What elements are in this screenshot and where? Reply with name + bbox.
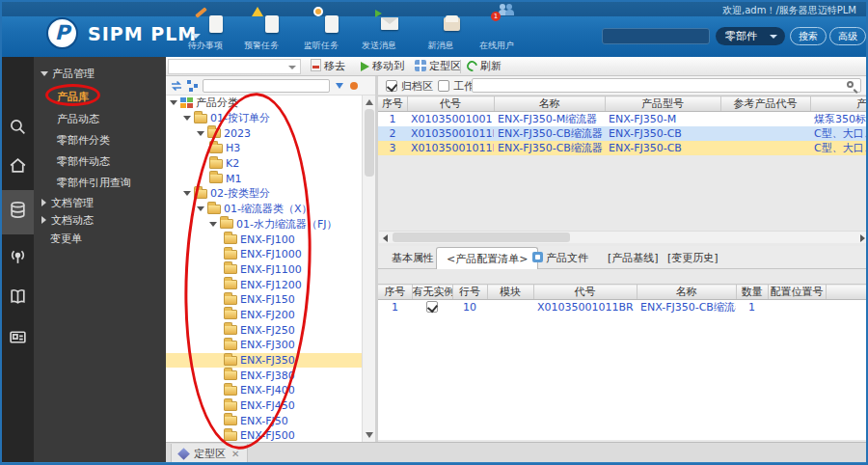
sidebar-item-product-mgmt[interactable]: 产品管理 xyxy=(34,66,166,83)
tree-item[interactable]: ENX-FJ150 xyxy=(166,292,362,308)
sidebar-item-part-classify[interactable]: 零部件分类 xyxy=(34,132,166,150)
archive-zone-checkbox[interactable] xyxy=(386,80,397,92)
tree-item[interactable]: ENX-FJ500 xyxy=(166,428,362,443)
tree-item[interactable]: ENX-FJ100 xyxy=(166,232,362,247)
tree-item[interactable]: ENX-FJ400 xyxy=(166,383,362,398)
tree-item[interactable]: 01-缩流器类（X） xyxy=(166,202,362,217)
bom-code-link[interactable]: X01035001011BR xyxy=(533,300,637,315)
monitor-task-button[interactable]: 监听任务 xyxy=(293,15,349,52)
global-search-input[interactable] xyxy=(602,28,710,44)
col-header[interactable]: 配置位置号 xyxy=(768,285,826,300)
tree-mode-combobox[interactable] xyxy=(168,59,301,74)
sidebar-item-change-order[interactable]: 变更单 xyxy=(34,231,166,248)
table-row-current[interactable]: 3 X01035001011BR ENX-FJ350-CB缩流器 ENX-FJ3… xyxy=(378,141,868,155)
sidebar-item-document-activity[interactable]: 文档动态 xyxy=(34,212,166,230)
tab-basic-props[interactable]: 基本属性 xyxy=(392,251,434,265)
tree-item[interactable]: ENX-FJ50 xyxy=(166,413,362,428)
table-row-selected[interactable]: 2 X01035001011B ENX-FJ350-CB缩流器 ENX-FJ35… xyxy=(378,126,868,141)
col-header[interactable]: 行号 xyxy=(452,285,487,300)
scroll-up-icon[interactable] xyxy=(366,99,373,105)
product-code-link[interactable]: X01035001001 xyxy=(407,112,494,127)
col-header[interactable]: 序号 xyxy=(378,96,407,112)
product-search-input[interactable] xyxy=(472,78,861,93)
book-icon[interactable] xyxy=(8,287,28,307)
tree-item[interactable]: ENX-FJ450 xyxy=(166,398,362,414)
fixed-zone-tab[interactable]: 定型区✕ xyxy=(171,444,248,463)
product-code-link[interactable]: X01035001011B xyxy=(407,126,494,141)
tree-item[interactable]: 02-按类型分 xyxy=(166,186,362,202)
move-to-button[interactable]: 移动到 xyxy=(361,59,404,74)
fixed-zone-button[interactable]: 定型区 xyxy=(415,59,461,74)
remove-button[interactable]: 移去 xyxy=(311,59,345,74)
tree-filter-input[interactable] xyxy=(203,79,330,93)
send-message-button[interactable]: 发送消息 xyxy=(351,15,407,52)
sidebar-item-part-activity[interactable]: 零部件动态 xyxy=(34,153,166,171)
work-zone-checkbox[interactable] xyxy=(438,80,449,92)
tree-item[interactable]: K2 xyxy=(166,156,362,172)
magnifier-icon[interactable] xyxy=(847,81,854,88)
sidebar-item-document-mgmt[interactable]: 文档管理 xyxy=(34,195,166,212)
col-header[interactable]: 名称 xyxy=(637,285,736,300)
tree-item[interactable]: ENX-FJ1200 xyxy=(166,277,362,292)
col-header[interactable]: 序号 xyxy=(378,285,412,300)
online-users-button[interactable]: 1 在线用户 xyxy=(469,15,525,52)
col-header[interactable]: 代号 xyxy=(533,285,637,300)
search-icon[interactable] xyxy=(8,117,28,137)
tree-item[interactable]: ENX-FJ1100 xyxy=(166,262,362,278)
col-header[interactable]: 有无实例 xyxy=(412,285,452,300)
refresh-button[interactable]: 刷新 xyxy=(467,59,502,74)
scroll-left-icon[interactable] xyxy=(383,234,388,242)
close-icon[interactable]: ✕ xyxy=(231,449,239,459)
product-table-hscrollbar[interactable] xyxy=(379,231,868,243)
search-button[interactable]: 搜索 xyxy=(790,27,827,45)
tree-item[interactable]: ENX-FJ1000 xyxy=(166,247,362,262)
broadcast-icon[interactable] xyxy=(8,246,28,266)
locate-down-button[interactable] xyxy=(334,80,345,92)
scroll-down-icon[interactable] xyxy=(366,432,373,438)
tab-change-history[interactable]: [变更历史] xyxy=(667,251,719,265)
search-category-dropdown[interactable]: 零部件 xyxy=(716,27,785,45)
col-header[interactable]: 代号 xyxy=(407,96,494,112)
col-header[interactable]: 参考产品代号 xyxy=(720,96,810,112)
table-row[interactable]: 1 X01035001001 ENX-FJ350-M缩流器 ENX-FJ350-… xyxy=(378,112,868,127)
col-header[interactable]: 产品型号 xyxy=(605,96,720,112)
tab-product-files[interactable]: 产品文件 xyxy=(532,251,588,265)
tree-item-root[interactable]: 产品分类 xyxy=(166,96,362,111)
tree-item[interactable]: ENX-FJ380 xyxy=(166,368,362,383)
tree-item[interactable]: ENX-FJ250 xyxy=(166,322,362,338)
todo-button[interactable]: 待办事项 xyxy=(177,15,233,52)
tree-item[interactable]: H3 xyxy=(166,141,362,156)
new-message-button[interactable]: 新消息 xyxy=(413,15,469,52)
tree-item[interactable]: 01-水力缩流器（FJ） xyxy=(166,217,362,232)
tree-scrollbar[interactable] xyxy=(362,96,375,442)
bom-row[interactable]: 1 10 X01035001011BR ENX-FJ350-CB缩流器 1 xyxy=(378,300,868,315)
scrollbar-thumb[interactable] xyxy=(365,109,374,177)
sidebar-item-product-activity[interactable]: 产品动态 xyxy=(34,111,166,128)
instance-checkbox[interactable] xyxy=(426,301,438,313)
advanced-search-button[interactable]: 高级 xyxy=(829,27,866,45)
product-code-link[interactable]: X01035001011BR xyxy=(407,141,494,155)
tree-item[interactable]: ENX-FJ200 xyxy=(166,308,362,323)
tree-item[interactable]: ENX-FJ300 xyxy=(166,338,362,353)
sidebar-item-part-reference-query[interactable]: 零部件引用查询 xyxy=(34,175,166,192)
tree-item[interactable]: 2023 xyxy=(166,125,362,141)
tree-item-selected[interactable]: ENX-FJ350 xyxy=(166,353,362,369)
scroll-right-icon[interactable] xyxy=(860,234,865,242)
database-icon[interactable] xyxy=(8,200,28,220)
col-header[interactable]: 产品描述 xyxy=(810,96,868,112)
locate-mark-button[interactable] xyxy=(348,80,360,92)
scrollbar-thumb[interactable] xyxy=(393,232,570,242)
tab-config-list-active[interactable]: <产品配置清单> xyxy=(436,247,538,269)
idcard-icon[interactable] xyxy=(8,327,28,347)
col-header[interactable]: 数量 xyxy=(736,285,768,300)
sidebar-item-product-library[interactable]: 产品库 xyxy=(34,89,166,106)
tree-item[interactable]: M1 xyxy=(166,171,362,186)
swap-icon[interactable] xyxy=(170,79,183,93)
tab-product-baseline[interactable]: [产品基线] xyxy=(608,251,659,265)
tree-view-icon[interactable] xyxy=(186,79,200,93)
tree-item[interactable]: 01-按订单分 xyxy=(166,111,362,126)
col-header[interactable]: 模块 xyxy=(487,285,533,300)
col-header[interactable]: 名称 xyxy=(494,96,605,112)
home-icon[interactable] xyxy=(8,155,28,176)
alert-task-button[interactable]: 预警任务 xyxy=(233,15,289,52)
